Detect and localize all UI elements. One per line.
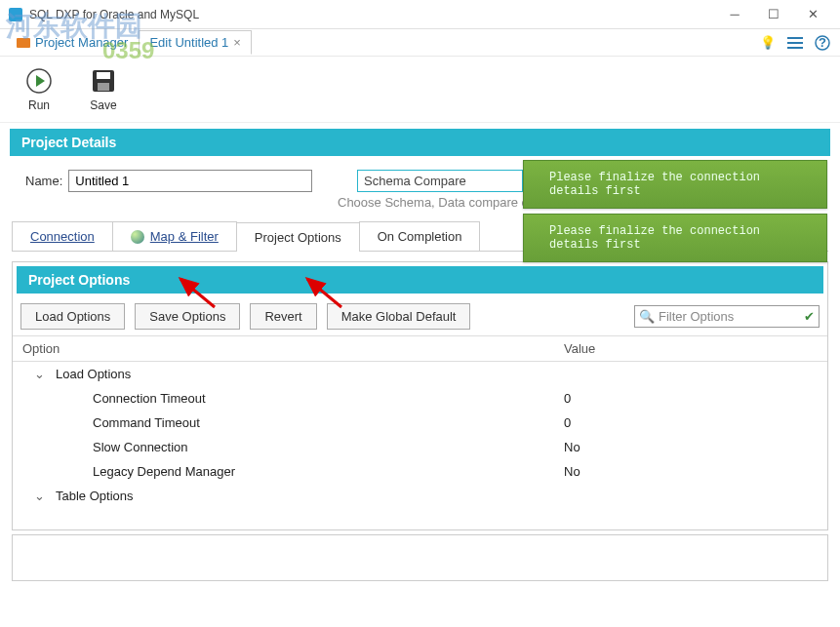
project-manager-icon [17,36,30,50]
option-value: 0 [554,386,827,411]
main-toolbar: Run Save [0,57,840,123]
close-button[interactable]: ✕ [793,1,832,28]
option-value: No [554,435,827,459]
group-table-options[interactable]: ⌄Table Options [13,484,827,508]
option-name: Command Timeout [13,411,554,435]
option-name: Slow Connection [13,435,554,459]
tab-project-options-label: Project Options [255,230,341,245]
load-options-button[interactable]: Load Options [20,303,125,330]
tab-label: Project Manager [35,35,128,50]
column-option: Option [13,336,554,361]
save-icon [90,67,117,95]
chevron-down-icon: ⌄ [34,489,45,503]
tab-map-filter[interactable]: Map & Filter [112,221,237,251]
run-label: Run [28,98,50,112]
notice-banner-2: Please finalize the connection details f… [523,214,827,262]
search-icon: 🔍 [639,309,655,324]
option-value: 0 [554,411,827,435]
grid-body[interactable]: ⌄Load Options Connection Timeout0 Comman… [13,362,827,529]
run-button[interactable]: Run [21,63,57,116]
save-options-button[interactable]: Save Options [135,303,240,330]
minimize-button[interactable]: ─ [715,1,754,28]
notice-banner-1: Please finalize the connection details f… [523,160,827,209]
title-bar: SQL DXP for Oracle and MySQL ─ ☐ ✕ [0,0,840,29]
option-row[interactable]: Connection Timeout0 [13,386,827,411]
option-value: No [554,459,827,484]
tab-connection-label: Connection [30,229,95,244]
compare-type-value: Schema Compare [364,174,466,188]
revert-button[interactable]: Revert [250,303,316,330]
option-row[interactable]: Command Timeout0 [13,411,827,435]
svg-text:?: ? [819,35,826,50]
grid-header: Option Value [13,336,827,362]
check-icon: ✔ [804,309,815,324]
name-label: Name: [25,174,62,188]
options-grid: Option Value ⌄Load Options Connection Ti… [13,335,827,529]
tab-close-icon[interactable]: × [233,35,241,50]
tab-label: Edit Untitled 1 [149,35,228,50]
tab-map-filter-label: Map & Filter [150,229,219,244]
project-options-panel: Project Options Load Options Save Option… [12,261,828,530]
option-row[interactable]: Slow ConnectionNo [13,435,827,459]
svg-rect-0 [9,8,22,21]
name-input[interactable] [68,170,312,192]
tab-project-manager[interactable]: Project Manager [6,30,139,55]
option-name: Connection Timeout [13,386,554,411]
svg-marker-8 [36,75,45,87]
filter-placeholder: Filter Options [659,309,734,324]
group-label: Table Options [56,489,134,503]
status-dot-icon [131,230,144,244]
project-details-header: Project Details [10,129,830,156]
svg-rect-3 [787,42,803,44]
save-label: Save [90,98,116,112]
svg-rect-4 [787,47,803,49]
options-header: Project Options [17,266,823,294]
window-title: SQL DXP for Oracle and MySQL [29,8,715,21]
option-name: Legacy Depend Manager [13,459,554,484]
help-icon[interactable]: ? [811,31,834,55]
tab-on-completion[interactable]: On Completion [359,221,481,251]
save-button[interactable]: Save [86,63,121,116]
lightbulb-icon[interactable]: 💡 [756,31,780,55]
play-icon [25,67,53,95]
column-value: Value [554,336,827,361]
document-tabs: Project Manager Edit Untitled 1 × 💡 ? [0,29,840,57]
group-load-options[interactable]: ⌄Load Options [13,362,827,386]
group-label: Load Options [56,367,131,381]
svg-rect-10 [97,72,110,79]
svg-rect-1 [17,38,30,48]
make-global-default-button[interactable]: Make Global Default [327,303,471,330]
tab-project-options[interactable]: Project Options [236,222,360,252]
option-row[interactable]: Legacy Depend ManagerNo [13,459,827,484]
chevron-down-icon: ⌄ [34,367,45,381]
tab-connection[interactable]: Connection [12,221,113,251]
tab-on-completion-label: On Completion [378,229,462,244]
filter-options-input[interactable]: 🔍 Filter Options ✔ [634,305,820,328]
description-box [12,534,828,581]
svg-rect-2 [787,37,803,39]
maximize-button[interactable]: ☐ [754,1,793,28]
menu-icon[interactable] [783,31,807,55]
compare-type-select[interactable]: Schema Compare [357,170,523,192]
app-icon [8,7,23,22]
svg-rect-11 [98,83,109,91]
tab-edit-untitled[interactable]: Edit Untitled 1 × [139,30,252,55]
